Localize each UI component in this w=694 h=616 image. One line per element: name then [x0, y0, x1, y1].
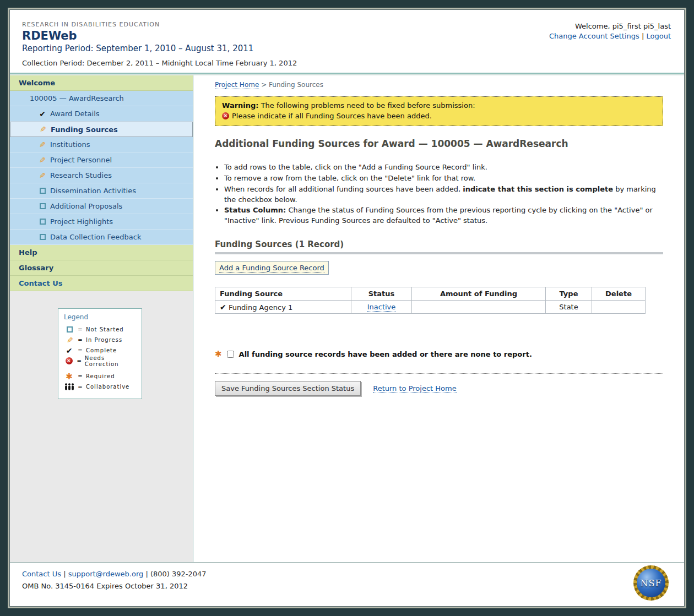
in-progress-icon: ✎: [64, 336, 75, 345]
warning-title: Warning:: [222, 101, 259, 110]
sidebar-item-label: 100005 — AwardResearch: [30, 94, 124, 102]
sidebar-item-funding-sources[interactable]: ✎ Funding Sources: [10, 122, 193, 137]
app-panel-inner: RESEARCH IN DISABILITIES EDUCATION RDEWe…: [9, 9, 685, 607]
funding-source-name: Funding Agency 1: [229, 303, 292, 312]
sidebar-item-label: Contact Us: [19, 279, 62, 287]
legend-row-complete: ✔ = Complete: [64, 345, 137, 356]
not-started-icon: [37, 234, 47, 240]
in-progress-icon: ✎: [37, 156, 47, 165]
footer-phone: (800) 392-2047: [150, 570, 207, 578]
instruction-item: To add rows to the table, click on the "…: [224, 162, 663, 173]
in-progress-icon: ✎: [37, 171, 47, 180]
return-to-project-home-link[interactable]: Return to Project Home: [373, 384, 456, 393]
sidebar-item-label: Data Collection Feedback: [50, 233, 142, 241]
nsf-logo-text: NSF: [640, 578, 662, 588]
footer-omb-line: OMB No. 3145-0164 Expires October 31, 20…: [22, 582, 671, 590]
sidebar-item-project-highlights[interactable]: Project Highlights: [10, 214, 193, 230]
legend-title: Legend: [64, 313, 137, 321]
sidebar-item-contact-us[interactable]: Contact Us: [10, 276, 193, 291]
sidebar-item-institutions[interactable]: ✎ Institutions: [10, 137, 193, 152]
sidebar-item-data-collection-feedback[interactable]: Data Collection Feedback: [10, 230, 193, 245]
cell-type: State: [546, 301, 592, 314]
collection-period: Collection Period: December 2, 2011 – Mi…: [22, 59, 671, 67]
content-row: Welcome 100005 — AwardResearch ✔ Award D…: [10, 75, 684, 563]
save-section-status-button[interactable]: Save Funding Sources Section Status: [215, 381, 361, 396]
col-header-funding-source: Funding Source: [215, 287, 351, 301]
header: RESEARCH IN DISABILITIES EDUCATION RDEWe…: [10, 10, 684, 73]
required-icon: ✱: [64, 372, 75, 381]
logout-link[interactable]: Logout: [646, 32, 671, 40]
legend-row-not-started: = Not Started: [64, 324, 137, 335]
in-progress-icon: ✎: [38, 125, 48, 134]
legend-row-in-progress: ✎ = In Progress: [64, 335, 137, 345]
footer-separator: |: [63, 570, 66, 578]
col-header-type: Type: [546, 287, 592, 301]
sidebar-item-label: Funding Sources: [51, 126, 118, 134]
breadcrumb: Project Home > Funding Sources: [215, 81, 663, 89]
legend: Legend = Not Started ✎ = In Progress: [58, 308, 142, 399]
app-panel: RESEARCH IN DISABILITIES EDUCATION RDEWe…: [8, 8, 686, 608]
legend-label: Not Started: [86, 326, 124, 332]
sidebar-item-label: Project Highlights: [50, 217, 113, 226]
account-links: Change Account Settings | Logout: [549, 32, 671, 40]
warning-title-line: Warning: The following problems need to …: [222, 101, 656, 110]
section-title: Funding Sources (1 Record): [215, 239, 663, 249]
footer: Contact Us | support@rdeweb.org | (800) …: [10, 563, 684, 606]
sidebar-item-label: Welcome: [19, 79, 55, 87]
sidebar-item-label: Help: [19, 248, 37, 257]
page-title: Additional Funding Sources for Award — 1…: [215, 138, 663, 149]
cell-status: Inactive: [351, 301, 412, 314]
warning-text: The following problems need to be fixed …: [259, 101, 475, 110]
add-funding-source-button[interactable]: Add a Funding Source Record: [215, 261, 329, 275]
main-content: Project Home > Funding Sources Warning: …: [193, 75, 684, 562]
complete-icon: ✔: [37, 110, 47, 118]
completion-label: All funding source records have been add…: [239, 350, 532, 358]
breadcrumb-current: Funding Sources: [269, 81, 323, 89]
sidebar-item-welcome[interactable]: Welcome: [10, 75, 193, 91]
legend-label: Collaborative: [86, 384, 129, 390]
warning-box: Warning: The following problems need to …: [215, 96, 663, 126]
sidebar-item-award[interactable]: 100005 — AwardResearch: [10, 91, 193, 106]
sidebar-item-award-details[interactable]: ✔ Award Details: [10, 106, 193, 122]
legend-label: Complete: [86, 347, 117, 353]
instruction-item: Status Column: Change the status of Fund…: [224, 205, 663, 226]
sidebar-item-project-personnel[interactable]: ✎ Project Personnel: [10, 152, 193, 168]
required-icon: ✱: [215, 349, 222, 359]
welcome-user: Welcome, pi5_first pi5_last: [549, 22, 671, 30]
page: RESEARCH IN DISABILITIES EDUCATION RDEWe…: [0, 0, 694, 616]
needs-correction-icon: ×: [64, 357, 74, 364]
footer-email-link[interactable]: support@rdeweb.org: [68, 570, 144, 578]
sidebar-item-help[interactable]: Help: [10, 245, 193, 260]
complete-icon: ✔: [220, 303, 226, 312]
legend-label: Required: [86, 373, 115, 379]
col-header-amount: Amount of Funding: [412, 287, 546, 301]
sidebar-item-label: Project Personnel: [50, 156, 112, 164]
footer-separator: |: [145, 570, 148, 578]
section-divider: [215, 373, 663, 374]
footer-contact-us-link[interactable]: Contact Us: [22, 570, 61, 578]
legend-row-collaborative: = Collaborative: [64, 381, 137, 392]
sidebar-item-dissemination-activities[interactable]: Dissemination Activities: [10, 183, 193, 199]
reporting-period: Reporting Period: September 1, 2010 – Au…: [22, 43, 671, 53]
change-account-settings-link[interactable]: Change Account Settings: [549, 32, 639, 40]
sidebar-item-label: Additional Proposals: [50, 202, 122, 210]
sidebar-item-glossary[interactable]: Glossary: [10, 260, 193, 276]
sidebar-item-research-studies[interactable]: ✎ Research Studies: [10, 168, 193, 183]
sidebar-item-label: Institutions: [50, 140, 90, 149]
instruction-item: When records for all additional funding …: [224, 184, 663, 205]
add-funding-source-link[interactable]: Add a Funding Source Record: [219, 264, 324, 272]
legend-row-needs-correction: × = Needs Correction: [64, 356, 137, 366]
status-inactive-link[interactable]: Inactive: [367, 303, 396, 312]
breadcrumb-separator: >: [261, 81, 267, 89]
account-links-separator: |: [642, 32, 644, 40]
not-started-icon: [64, 326, 75, 332]
legend-label: In Progress: [86, 337, 122, 343]
legend-row-required: ✱ = Required: [64, 371, 137, 381]
cell-funding-source: ✔ Funding Agency 1: [215, 301, 351, 314]
breadcrumb-project-home-link[interactable]: Project Home: [215, 81, 259, 89]
sidebar-item-additional-proposals[interactable]: Additional Proposals: [10, 199, 193, 214]
cell-amount: [412, 301, 546, 314]
all-records-added-checkbox[interactable]: [227, 351, 234, 358]
not-started-icon: [37, 219, 47, 225]
cell-delete: [592, 301, 646, 314]
